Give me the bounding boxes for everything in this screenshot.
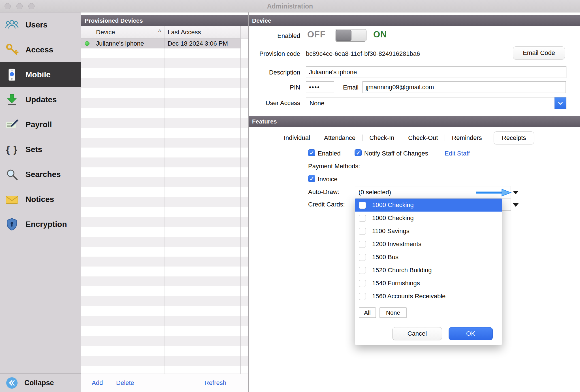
- email-label: Email: [334, 84, 359, 91]
- refresh-devices-button[interactable]: Refresh: [204, 379, 226, 387]
- users-icon: [5, 18, 19, 32]
- sidebar-item-access[interactable]: Access: [0, 37, 81, 62]
- sidebar-item-encryption[interactable]: Encryption: [0, 212, 81, 237]
- notify-staff-label: Notify Staff of Changes: [364, 150, 428, 157]
- credit-cards-dropdown-arrow-icon[interactable]: [513, 203, 519, 207]
- braces-icon: [5, 142, 19, 157]
- account-checkbox[interactable]: [359, 293, 366, 300]
- sidebar-item-label: Searches: [25, 170, 61, 179]
- account-list-item[interactable]: 1200 Investments: [355, 238, 502, 251]
- account-checkbox[interactable]: [359, 241, 366, 248]
- delete-device-button[interactable]: Delete: [116, 379, 134, 387]
- select-none-button[interactable]: None: [379, 307, 407, 318]
- account-list-item[interactable]: 1540 Furnishings: [355, 277, 502, 290]
- user-access-dropdown-button[interactable]: [555, 97, 566, 109]
- description-field[interactable]: [306, 66, 566, 78]
- scrollbar-track-divider: [240, 26, 241, 374]
- email-field[interactable]: [362, 81, 566, 93]
- sort-ascending-icon: [158, 29, 161, 35]
- column-header-device[interactable]: Device: [96, 29, 115, 36]
- user-access-value: None: [310, 100, 325, 107]
- enabled-checkbox-label: Enabled: [318, 150, 341, 157]
- account-label: 1560 Accounts Receivable: [372, 293, 445, 300]
- account-list-item[interactable]: 1000 Checking: [355, 212, 502, 225]
- invoice-checkbox[interactable]: [308, 175, 315, 182]
- account-checkbox[interactable]: [359, 228, 366, 235]
- sidebar-item-sets[interactable]: Sets: [0, 137, 81, 162]
- sidebar-item-label: Users: [25, 20, 48, 29]
- tab-receipts[interactable]: Receipts: [494, 132, 534, 144]
- features-section-header: Features: [249, 116, 580, 127]
- empty-table-rows: [81, 48, 248, 374]
- sidebar-item-searches[interactable]: Searches: [0, 162, 81, 187]
- credit-cards-label: Credit Cards:: [308, 201, 345, 208]
- tab-reminders[interactable]: Reminders: [445, 132, 489, 144]
- edit-staff-link[interactable]: Edit Staff: [445, 150, 470, 157]
- sidebar-item-payroll[interactable]: Payroll: [0, 112, 81, 137]
- account-label: 1500 Bus: [372, 253, 398, 261]
- sidebar-item-label: Encryption: [25, 220, 67, 229]
- mobile-icon: [5, 67, 19, 82]
- tab-check-in[interactable]: Check-In: [362, 132, 401, 144]
- tab-check-out[interactable]: Check-Out: [401, 132, 445, 144]
- user-access-dropdown[interactable]: None: [306, 97, 566, 109]
- account-list-item[interactable]: 1500 Bus: [355, 251, 502, 264]
- sidebar-item-label: Access: [25, 45, 53, 54]
- ok-button[interactable]: OK: [449, 327, 493, 340]
- tab-attendance[interactable]: Attendance: [317, 132, 362, 144]
- select-all-button[interactable]: All: [359, 307, 376, 318]
- toggle-knob[interactable]: [336, 30, 351, 41]
- cancel-button[interactable]: Cancel: [392, 327, 442, 340]
- enabled-checkbox[interactable]: [308, 149, 315, 156]
- window-titlebar: Administration: [0, 0, 580, 12]
- auto-draw-value: (0 selected): [359, 189, 391, 196]
- account-checkbox[interactable]: [359, 254, 366, 261]
- account-list-item[interactable]: 1560 Accounts Receivable: [355, 290, 502, 303]
- collapse-chevrons-icon: [5, 376, 19, 390]
- key-icon: [5, 42, 19, 57]
- account-checkbox[interactable]: [359, 215, 366, 222]
- account-checkbox[interactable]: [359, 267, 366, 274]
- sidebar: Users Access Mobile: [0, 12, 81, 392]
- toggle-on-label: ON: [373, 29, 387, 40]
- collapse-label: Collapse: [24, 379, 54, 387]
- sidebar-item-notices[interactable]: Notices: [0, 187, 81, 212]
- last-access-cell: Dec 18 2024 3:06 PM: [168, 40, 228, 47]
- tab-individual[interactable]: Individual: [277, 132, 317, 144]
- invoice-checkbox-label: Invoice: [318, 176, 338, 183]
- pin-label: PIN: [249, 84, 300, 91]
- account-list-item[interactable]: 1520 Church Building: [355, 264, 502, 277]
- download-icon: [5, 92, 19, 107]
- shield-lock-icon: [5, 217, 19, 232]
- column-header-last-access[interactable]: Last Access: [168, 29, 201, 36]
- notify-staff-checkbox[interactable]: [355, 149, 362, 156]
- provisioned-devices-panel: Provisioned Devices Device Last Access J…: [81, 12, 249, 392]
- account-label: 1540 Furnishings: [372, 280, 420, 287]
- auto-draw-label: Auto-Draw:: [308, 188, 339, 196]
- sidebar-item-users[interactable]: Users: [0, 12, 81, 37]
- account-checkbox[interactable]: [359, 280, 366, 287]
- add-device-button[interactable]: Add: [92, 379, 103, 387]
- description-label: Description: [249, 69, 300, 76]
- account-checkbox[interactable]: [359, 202, 366, 209]
- sidebar-item-updates[interactable]: Updates: [0, 87, 81, 112]
- pin-field[interactable]: [306, 81, 334, 93]
- account-list-item[interactable]: 1000 Checking: [355, 199, 502, 212]
- sidebar-item-mobile[interactable]: Mobile: [0, 62, 81, 87]
- chevron-down-icon: [558, 102, 563, 105]
- auto-draw-dropdown-arrow-icon[interactable]: [513, 191, 519, 194]
- device-table-row[interactable]: Julianne's iphone Dec 18 2024 3:06 PM: [81, 39, 240, 48]
- account-list-item[interactable]: 1100 Savings: [355, 225, 502, 238]
- enabled-toggle[interactable]: [335, 29, 366, 42]
- column-divider: [164, 26, 165, 374]
- account-label: 1520 Church Building: [372, 267, 432, 274]
- sidebar-collapse-button[interactable]: Collapse: [0, 373, 81, 392]
- sidebar-item-label: Notices: [25, 195, 54, 204]
- features-tabs: Individual Attendance Check-In Check-Out…: [277, 131, 534, 144]
- window-title: Administration: [0, 3, 580, 10]
- sidebar-item-label: Sets: [25, 145, 42, 154]
- envelope-icon: [5, 192, 19, 207]
- device-table-header: Device Last Access: [81, 26, 248, 39]
- sidebar-item-label: Mobile: [25, 70, 51, 79]
- email-code-button[interactable]: Email Code: [513, 46, 565, 59]
